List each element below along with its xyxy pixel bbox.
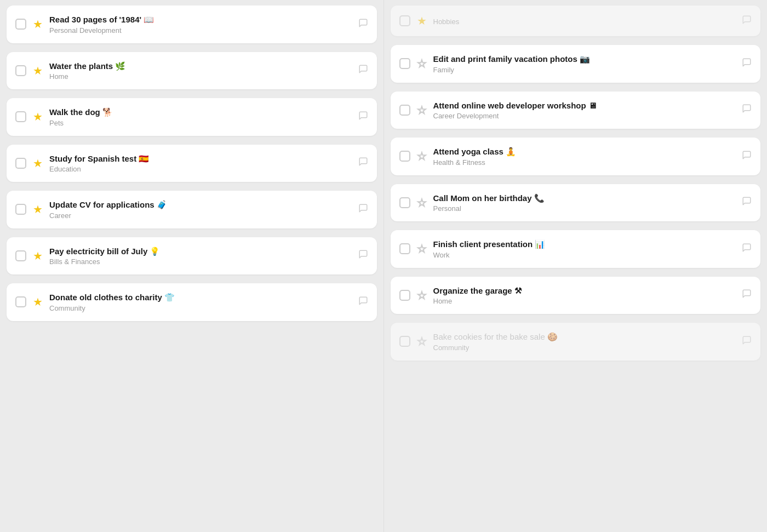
task-comment-icon-water-plants[interactable] xyxy=(358,64,368,77)
task-info-update-cv: Update CV for applications 🧳Career xyxy=(49,199,352,220)
task-comment-icon-pay-electricity[interactable] xyxy=(358,249,368,262)
task-category-study-spanish: Education xyxy=(49,165,352,173)
task-title-update-cv: Update CV for applications 🧳 xyxy=(49,199,352,210)
task-comment-icon-donate-clothes[interactable] xyxy=(358,296,368,308)
task-star-bake-cookies[interactable]: ☆ xyxy=(417,335,427,348)
task-info-call-mom: Call Mom on her birthday 📞Personal xyxy=(433,193,736,213)
task-card-yoga-class: ☆Attend yoga class 🧘Health & Fitness xyxy=(391,138,761,175)
task-checkbox-update-cv[interactable] xyxy=(15,204,26,215)
task-title-bake-cookies: Bake cookies for the bake sale 🍪 xyxy=(433,331,736,342)
task-info-client-presentation: Finish client presentation 📊Work xyxy=(433,239,736,259)
task-checkbox-call-mom[interactable] xyxy=(399,197,410,208)
task-info-hobbies-faded: Hobbies xyxy=(433,16,736,26)
task-title-call-mom: Call Mom on her birthday 📞 xyxy=(433,193,736,204)
task-category-yoga-class: Health & Fitness xyxy=(433,158,736,167)
task-comment-icon-client-presentation[interactable] xyxy=(742,243,752,255)
task-category-client-presentation: Work xyxy=(433,251,736,259)
task-title-organize-garage: Organize the garage ⚒ xyxy=(433,285,736,296)
task-checkbox-read-1984[interactable] xyxy=(15,19,26,30)
task-star-yoga-class[interactable]: ☆ xyxy=(417,150,427,163)
task-comment-icon-organize-garage[interactable] xyxy=(742,289,752,301)
task-checkbox-web-workshop[interactable] xyxy=(399,105,410,116)
task-comment-icon-edit-photos[interactable] xyxy=(742,58,752,70)
task-checkbox-pay-electricity[interactable] xyxy=(15,250,26,261)
task-category-bake-cookies: Community xyxy=(433,344,736,352)
task-comment-icon-update-cv[interactable] xyxy=(358,203,368,216)
task-checkbox-client-presentation[interactable] xyxy=(399,243,410,254)
task-category-pay-electricity: Bills & Finances xyxy=(49,258,352,266)
task-comment-icon-web-workshop[interactable] xyxy=(742,104,752,116)
task-title-edit-photos: Edit and print family vacation photos 📷 xyxy=(433,54,736,65)
task-card-read-1984: ★Read 30 pages of '1984' 📖Personal Devel… xyxy=(7,5,377,43)
task-star-donate-clothes[interactable]: ★ xyxy=(33,295,43,308)
task-checkbox-donate-clothes[interactable] xyxy=(15,296,26,307)
task-title-read-1984: Read 30 pages of '1984' 📖 xyxy=(49,14,352,25)
task-info-bake-cookies: Bake cookies for the bake sale 🍪Communit… xyxy=(433,331,736,352)
task-star-organize-garage[interactable]: ☆ xyxy=(417,289,427,302)
task-title-water-plants: Water the plants 🌿 xyxy=(49,61,352,72)
task-info-water-plants: Water the plants 🌿Home xyxy=(49,61,352,81)
task-category-edit-photos: Family xyxy=(433,66,736,74)
task-title-pay-electricity: Pay electricity bill of July 💡 xyxy=(49,246,352,257)
task-checkbox-hobbies-faded[interactable] xyxy=(399,15,410,26)
task-category-organize-garage: Home xyxy=(433,297,736,305)
task-title-client-presentation: Finish client presentation 📊 xyxy=(433,239,736,250)
task-star-update-cv[interactable]: ★ xyxy=(33,203,43,216)
left-column: ★Read 30 pages of '1984' 📖Personal Devel… xyxy=(0,0,384,532)
task-info-organize-garage: Organize the garage ⚒Home xyxy=(433,285,736,306)
task-card-update-cv: ★Update CV for applications 🧳Career xyxy=(7,191,377,228)
task-card-organize-garage: ☆Organize the garage ⚒Home xyxy=(391,277,761,314)
task-star-web-workshop[interactable]: ☆ xyxy=(417,104,427,117)
task-star-study-spanish[interactable]: ★ xyxy=(33,157,43,170)
task-star-client-presentation[interactable]: ☆ xyxy=(417,242,427,255)
task-star-water-plants[interactable]: ★ xyxy=(33,64,43,77)
task-category-update-cv: Career xyxy=(49,211,352,220)
task-checkbox-walk-dog[interactable] xyxy=(15,111,26,122)
task-star-walk-dog[interactable]: ★ xyxy=(33,110,43,123)
task-comment-icon-read-1984[interactable] xyxy=(358,18,368,31)
task-card-walk-dog: ★Walk the dog 🐕Pets xyxy=(7,98,377,136)
task-card-hobbies-faded: ★Hobbies xyxy=(391,5,761,36)
task-comment-icon-study-spanish[interactable] xyxy=(358,157,368,169)
task-comment-icon-call-mom[interactable] xyxy=(742,196,752,209)
task-info-web-workshop: Attend online web developer workshop 🖥Ca… xyxy=(433,100,736,121)
task-info-study-spanish: Study for Spanish test 🇪🇸Education xyxy=(49,153,352,174)
task-card-client-presentation: ☆Finish client presentation 📊Work xyxy=(391,230,761,268)
task-category-web-workshop: Career Development xyxy=(433,112,736,120)
task-comment-icon-bake-cookies[interactable] xyxy=(742,335,752,348)
task-star-pay-electricity[interactable]: ★ xyxy=(33,249,43,262)
task-category-read-1984: Personal Development xyxy=(49,26,352,35)
task-category-water-plants: Home xyxy=(49,72,352,81)
task-star-read-1984[interactable]: ★ xyxy=(33,18,43,31)
task-card-edit-photos: ☆Edit and print family vacation photos 📷… xyxy=(391,45,761,83)
task-category-hobbies-faded: Hobbies xyxy=(433,18,736,26)
task-comment-icon-walk-dog[interactable] xyxy=(358,111,368,123)
task-star-call-mom[interactable]: ☆ xyxy=(417,196,427,209)
task-card-web-workshop: ☆Attend online web developer workshop 🖥C… xyxy=(391,91,761,129)
task-title-walk-dog: Walk the dog 🐕 xyxy=(49,107,352,118)
task-checkbox-yoga-class[interactable] xyxy=(399,151,410,162)
task-checkbox-water-plants[interactable] xyxy=(15,65,26,76)
task-checkbox-bake-cookies[interactable] xyxy=(399,336,410,347)
task-category-walk-dog: Pets xyxy=(49,119,352,127)
task-card-water-plants: ★Water the plants 🌿Home xyxy=(7,52,377,90)
task-info-edit-photos: Edit and print family vacation photos 📷F… xyxy=(433,54,736,74)
task-checkbox-study-spanish[interactable] xyxy=(15,158,26,169)
task-info-pay-electricity: Pay electricity bill of July 💡Bills & Fi… xyxy=(49,246,352,266)
task-star-edit-photos[interactable]: ☆ xyxy=(417,57,427,70)
task-card-donate-clothes: ★Donate old clothes to charity 👕Communit… xyxy=(7,283,377,321)
right-column: ★Hobbies☆Edit and print family vacation … xyxy=(384,0,768,532)
task-checkbox-edit-photos[interactable] xyxy=(399,58,410,69)
task-card-call-mom: ☆Call Mom on her birthday 📞Personal xyxy=(391,184,761,222)
task-title-donate-clothes: Donate old clothes to charity 👕 xyxy=(49,292,352,303)
task-title-study-spanish: Study for Spanish test 🇪🇸 xyxy=(49,153,352,164)
task-card-study-spanish: ★Study for Spanish test 🇪🇸Education xyxy=(7,145,377,182)
task-info-walk-dog: Walk the dog 🐕Pets xyxy=(49,107,352,127)
task-info-donate-clothes: Donate old clothes to charity 👕Community xyxy=(49,292,352,312)
task-comment-icon-yoga-class[interactable] xyxy=(742,150,752,163)
task-title-web-workshop: Attend online web developer workshop 🖥 xyxy=(433,100,736,111)
task-card-bake-cookies: ☆Bake cookies for the bake sale 🍪Communi… xyxy=(391,323,761,361)
task-checkbox-organize-garage[interactable] xyxy=(399,290,410,301)
task-comment-icon-hobbies-faded[interactable] xyxy=(742,15,752,27)
task-star-hobbies-faded[interactable]: ★ xyxy=(417,14,427,27)
